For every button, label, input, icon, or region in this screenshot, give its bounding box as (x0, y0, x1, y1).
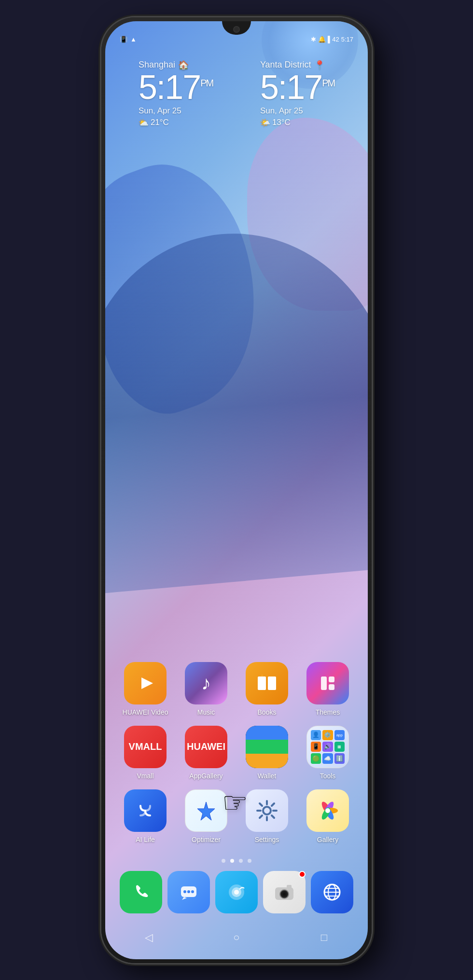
huawei-video-icon[interactable] (124, 662, 167, 704)
settings-label: Settings (255, 836, 279, 843)
status-time: 5:17 (341, 36, 353, 43)
svg-point-25 (187, 890, 190, 893)
camera-notification-dot (299, 871, 306, 878)
themes-label: Themes (316, 708, 340, 716)
books-label: Books (258, 708, 277, 716)
books-icon[interactable] (246, 662, 288, 704)
dot-2 (230, 859, 234, 863)
clock-widget-yanta: Yanta District 📍 5:17PM Sun, Apr 25 🌤️ 1… (260, 60, 334, 128)
camera-icon[interactable] (263, 871, 306, 913)
status-right: ✱ 🔔 ▌42 5:17 (311, 36, 353, 43)
svg-marker-27 (182, 897, 187, 900)
app-music[interactable]: ♪ Music (180, 662, 233, 716)
phone-screen: 📳 ▲ ✱ 🔔 ▌42 5:17 Shanghai 🏠 5:17PM Sun, (105, 21, 368, 959)
date-yanta: Sun, Apr 25 (260, 106, 334, 116)
dock-support[interactable] (215, 871, 258, 913)
gallery-icon[interactable] (306, 789, 349, 832)
dot-3 (239, 859, 243, 863)
optimizer-icon[interactable] (185, 789, 227, 832)
svg-line-14 (272, 815, 274, 818)
app-tools[interactable]: 👤 ⚙️ app 📱 🔊 ▦ 🟢 ☁️ ℹ️ Tools (301, 726, 354, 780)
svg-point-34 (283, 893, 286, 896)
dock-messages[interactable] (167, 871, 210, 913)
themes-icon[interactable] (306, 662, 349, 704)
svg-marker-0 (141, 677, 153, 689)
svg-rect-1 (258, 676, 266, 690)
mute-icon: 🔔 (318, 36, 326, 43)
browser-icon[interactable] (311, 871, 353, 913)
ai-life-icon[interactable] (124, 789, 167, 832)
svg-rect-3 (261, 675, 263, 676)
svg-point-26 (191, 890, 194, 893)
battery-icon: ▌42 (328, 36, 339, 43)
app-vmall[interactable]: VMALL Vmall (119, 726, 172, 780)
svg-line-15 (272, 803, 274, 806)
city-yanta: Yanta District 📍 (260, 60, 334, 70)
time-yanta: 5:17PM (260, 70, 334, 104)
app-settings[interactable]: Settings (240, 789, 293, 843)
svg-line-16 (260, 815, 262, 818)
date-shanghai: Sun, Apr 25 (139, 106, 213, 116)
huawei-video-label: HUAWEI Video (123, 708, 168, 716)
city-shanghai: Shanghai 🏠 (139, 60, 213, 70)
nav-home[interactable]: ○ (224, 925, 249, 950)
svg-rect-2 (268, 676, 276, 690)
svg-rect-4 (321, 676, 327, 690)
svg-rect-5 (329, 676, 334, 682)
nav-back[interactable]: ◁ (137, 925, 161, 950)
dock-camera[interactable] (263, 871, 306, 913)
app-themes[interactable]: Themes (301, 662, 354, 716)
phone-icon[interactable] (120, 871, 162, 913)
svg-rect-35 (287, 885, 292, 888)
settings-icon[interactable] (246, 789, 288, 832)
svg-point-22 (325, 808, 330, 813)
optimizer-label: Optimizer (192, 836, 221, 843)
nav-bar: ◁ ○ □ (105, 921, 368, 959)
tools-icon[interactable]: 👤 ⚙️ app 📱 🔊 ▦ 🟢 ☁️ ℹ️ (306, 726, 349, 768)
clock-widget-shanghai: Shanghai 🏠 5:17PM Sun, Apr 25 ⛅ 21°C (139, 60, 213, 128)
app-huawei-video[interactable]: HUAWEI Video (119, 662, 172, 716)
dot-1 (222, 859, 225, 863)
bluetooth-icon: ✱ (311, 36, 316, 43)
appgallery-icon[interactable]: HUAWEI (185, 726, 227, 768)
home-icon: 🏠 (178, 60, 189, 70)
music-label: Music (197, 708, 215, 716)
app-appgallery[interactable]: HUAWEI AppGallery (180, 726, 233, 780)
nav-recent[interactable]: □ (312, 925, 336, 950)
weather-icon-yanta: 🌤️ (260, 118, 270, 128)
wallet-icon[interactable] (246, 726, 288, 768)
app-row-2: VMALL Vmall HUAWEI AppGallery (115, 726, 358, 780)
app-books[interactable]: Books (240, 662, 293, 716)
app-wallet[interactable]: Wallet (240, 726, 293, 780)
svg-rect-6 (329, 684, 334, 690)
dock (105, 871, 368, 913)
clock-area: Shanghai 🏠 5:17PM Sun, Apr 25 ⛅ 21°C Yan… (105, 60, 368, 128)
svg-line-13 (260, 803, 262, 806)
app-ai-life[interactable]: AI Life (119, 789, 172, 843)
support-icon[interactable] (215, 871, 258, 913)
dot-4 (248, 859, 251, 863)
svg-point-8 (263, 807, 271, 814)
app-row-1: HUAWEI Video ♪ Music (115, 662, 358, 716)
weather-yanta: 🌤️ 13°C (260, 118, 334, 128)
weather-icon-shanghai: ⛅ (139, 118, 149, 128)
dock-browser[interactable] (311, 871, 353, 913)
svg-point-24 (183, 890, 186, 893)
dock-phone[interactable] (120, 871, 162, 913)
sim-icon: 📳 (120, 36, 127, 43)
messages-icon[interactable] (167, 871, 210, 913)
vmall-icon[interactable]: VMALL (124, 726, 167, 768)
page-dots (222, 859, 251, 863)
location-icon: 📍 (314, 60, 325, 70)
app-gallery[interactable]: Gallery (301, 789, 354, 843)
appgallery-label: AppGallery (189, 772, 223, 780)
music-icon[interactable]: ♪ (185, 662, 227, 704)
svg-marker-7 (197, 802, 215, 820)
front-camera (233, 26, 240, 33)
app-grid: HUAWEI Video ♪ Music (105, 662, 368, 853)
status-left: 📳 ▲ (120, 36, 137, 43)
svg-point-30 (234, 890, 239, 895)
time-shanghai: 5:17PM (139, 70, 213, 104)
ai-life-label: AI Life (136, 836, 155, 843)
tools-label: Tools (320, 772, 336, 780)
